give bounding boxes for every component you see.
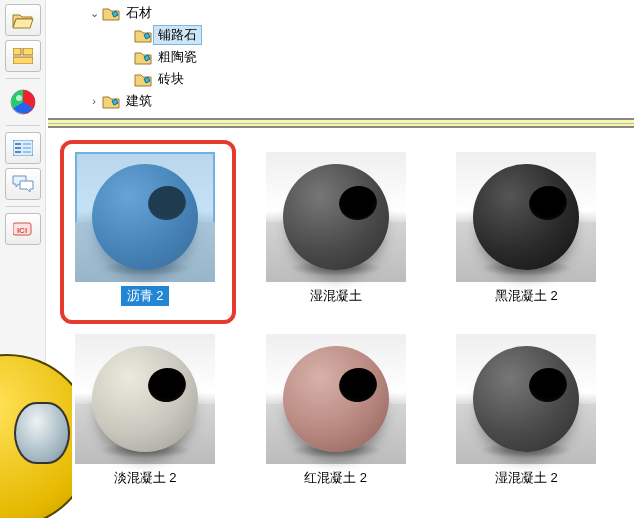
tree-node-ceramic[interactable]: 粗陶瓷 [46,46,636,68]
material-ball-icon [283,346,389,452]
folder-open-icon [12,11,34,29]
tree-label: 砖块 [154,70,188,88]
tree-node-brick[interactable]: 砖块 [46,68,636,90]
material-ball-icon [473,346,579,452]
tree-label: 石材 [122,4,156,22]
tree-label: 粗陶瓷 [154,48,201,66]
tree-node-stone[interactable]: ⌄ 石材 [46,2,636,24]
svg-rect-0 [13,48,21,55]
tag-icon: ICI [13,221,33,237]
material-caption: 湿混凝土 2 [489,468,564,488]
svg-rect-10 [23,147,31,149]
comments-icon [12,175,34,193]
material-preview [266,334,406,464]
properties-icon [13,140,33,156]
left-toolbar: ICI [0,0,46,518]
material-caption: 沥青 2 [121,286,170,306]
material-thumb[interactable]: 黑混凝土 2 [451,152,601,306]
material-preview [266,152,406,282]
layout-panels-button[interactable] [5,40,41,72]
svg-rect-9 [23,143,31,145]
material-thumb[interactable]: 红混凝土 2 [261,334,411,488]
material-ball-icon [92,346,198,452]
expand-toggle[interactable]: › [86,93,102,109]
material-thumb[interactable]: 湿混凝土 2 [451,334,601,488]
material-caption: 红混凝土 2 [298,468,373,488]
folder-prism-icon [134,27,152,43]
material-thumb[interactable]: 湿混凝土 [261,152,411,306]
material-thumb[interactable]: 沥青 2 [70,152,220,306]
svg-point-4 [16,95,22,101]
toolbar-separator [6,125,40,126]
svg-rect-8 [15,151,21,153]
material-ball-icon [473,164,579,270]
library-panel: ⌄ 石材 铺路石 粗陶瓷 砖块 › [46,0,636,518]
material-thumb[interactable]: 淡混凝土 2 [70,334,220,488]
material-grid-panel: 沥青 2湿混凝土黑混凝土 2淡混凝土 2红混凝土 2湿混凝土 2 [48,128,634,518]
comments-button[interactable] [5,168,41,200]
tree-node-architecture[interactable]: › 建筑 [46,90,636,112]
material-preview [75,152,215,282]
toolbar-separator [6,206,40,207]
tree-label: 建筑 [122,92,156,110]
rgb-ball-icon [9,88,37,116]
material-ball-icon [92,164,198,270]
folder-prism-icon [134,49,152,65]
properties-button[interactable] [5,132,41,164]
appearance-ball-button[interactable] [6,85,40,119]
svg-rect-11 [23,151,31,153]
splitter-bar[interactable] [48,118,634,128]
open-folder-button[interactable] [5,4,41,36]
svg-rect-7 [15,147,21,149]
material-preview [456,334,596,464]
tree-node-paving[interactable]: 铺路石 [46,24,636,46]
svg-rect-2 [13,57,33,64]
folder-prism-icon [102,5,120,21]
toolbar-separator [6,78,40,79]
material-caption: 黑混凝土 2 [489,286,564,306]
material-caption: 湿混凝土 [304,286,368,306]
tree-label: 铺路石 [154,26,201,44]
layout-icon [13,48,33,64]
category-tree[interactable]: ⌄ 石材 铺路石 粗陶瓷 砖块 › [46,0,636,118]
folder-prism-icon [102,93,120,109]
svg-rect-1 [23,48,33,55]
svg-text:ICI: ICI [16,226,26,235]
expand-toggle[interactable]: ⌄ [86,5,102,21]
material-ball-icon [283,164,389,270]
svg-rect-6 [15,143,21,145]
misc-button[interactable]: ICI [5,213,41,245]
folder-prism-icon [134,71,152,87]
material-caption: 淡混凝土 2 [108,468,183,488]
material-preview [75,334,215,464]
material-preview [456,152,596,282]
